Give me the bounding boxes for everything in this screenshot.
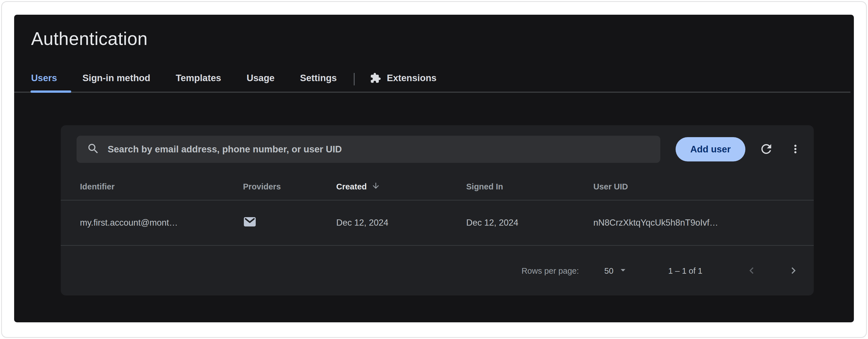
previous-page-button[interactable] [745, 264, 758, 278]
chevron-left-icon [745, 264, 758, 278]
column-header-user-uid[interactable]: User UID [593, 182, 802, 191]
tab-usage[interactable]: Usage [247, 73, 275, 92]
rows-per-page-value: 50 [604, 266, 613, 276]
column-header-created-label: Created [336, 182, 367, 191]
refresh-icon [759, 142, 774, 157]
chevron-right-icon [787, 264, 800, 278]
tab-bar: Users Sign-in method Templates Usage Set… [14, 73, 850, 93]
cell-user-uid: nN8CrzXktqYqcUk5h8nT9oIvf… [593, 218, 802, 228]
page-title: Authentication [31, 28, 854, 50]
cell-signed-in: Dec 12, 2024 [466, 218, 593, 228]
search-box[interactable] [76, 136, 660, 163]
extensions-puzzle-icon [370, 73, 381, 84]
email-provider-icon [243, 216, 336, 230]
tab-users-label: Users [31, 73, 57, 84]
more-vert-icon [789, 142, 802, 157]
pagination-bar: Rows per page: 50 1 – 1 of 1 [61, 246, 814, 296]
table-row[interactable]: my.first.account@mont… Dec 12, 2024 Dec … [61, 200, 814, 246]
cell-identifier: my.first.account@mont… [80, 218, 243, 228]
add-user-button[interactable]: Add user [676, 137, 745, 162]
users-toolbar: Add user [61, 125, 814, 173]
tab-bar-divider [354, 73, 354, 85]
tab-settings[interactable]: Settings [300, 73, 337, 92]
cell-providers [243, 216, 336, 230]
column-header-signed-in[interactable]: Signed In [466, 182, 593, 191]
next-page-button[interactable] [786, 264, 800, 278]
column-header-providers[interactable]: Providers [243, 182, 336, 191]
search-icon [87, 142, 100, 157]
tab-usage-label: Usage [247, 73, 275, 84]
tab-templates-label: Templates [176, 73, 221, 84]
column-header-created[interactable]: Created [336, 181, 466, 192]
overflow-menu-button[interactable] [788, 142, 802, 157]
tab-extensions[interactable]: Extensions [370, 73, 437, 92]
cell-created: Dec 12, 2024 [336, 218, 466, 228]
tab-users[interactable]: Users [31, 73, 57, 92]
search-input[interactable] [107, 144, 652, 154]
rows-per-page-select[interactable]: 50 [604, 264, 629, 278]
column-header-identifier[interactable]: Identifier [80, 182, 243, 191]
pagination-range: 1 – 1 of 1 [668, 266, 703, 276]
tab-extensions-label: Extensions [387, 73, 437, 84]
rows-per-page-label: Rows per page: [522, 266, 579, 276]
tab-sign-in-method[interactable]: Sign-in method [83, 73, 150, 92]
table-header-row: Identifier Providers Created Signed In U… [61, 173, 814, 200]
authentication-page: Authentication Users Sign-in method Temp… [14, 15, 854, 322]
refresh-button[interactable] [758, 141, 774, 157]
dropdown-arrow-icon [617, 264, 629, 278]
sort-descending-arrow-icon [371, 181, 380, 192]
users-card: Add user Identifier Providers Created [61, 125, 814, 295]
tab-settings-label: Settings [300, 73, 337, 84]
tab-templates[interactable]: Templates [176, 73, 221, 92]
tab-sign-in-method-label: Sign-in method [83, 73, 150, 84]
